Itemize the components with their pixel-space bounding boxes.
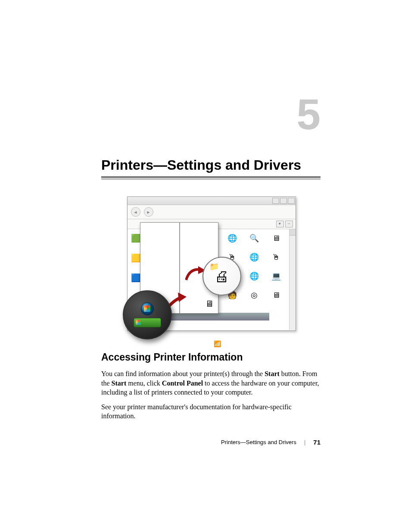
cp-icon[interactable]: 💻 bbox=[271, 271, 281, 281]
vista-start-orb-icon[interactable] bbox=[141, 302, 154, 315]
page-footer: Printers—Settings and Drivers | 71 bbox=[221, 439, 321, 446]
sidebar-icon: 🟨 bbox=[131, 253, 140, 263]
printers-magnifier: 📁 🖨 bbox=[202, 257, 241, 296]
vertical-scrollbar[interactable] bbox=[289, 229, 296, 330]
go-button[interactable]: → bbox=[285, 221, 293, 227]
cp-icon[interactable]: 🖱 bbox=[271, 252, 281, 262]
cp-icon[interactable]: 🌐 bbox=[249, 271, 259, 281]
window-titlebar bbox=[128, 197, 296, 205]
section-heading: Accessing Printer Information bbox=[101, 352, 321, 363]
chapter-title: Printers—Settings and Drivers bbox=[101, 157, 321, 173]
title-rule bbox=[101, 177, 321, 179]
address-dropdown[interactable]: ▾ bbox=[276, 221, 284, 227]
xp-start-button[interactable] bbox=[134, 318, 161, 327]
cp-icon[interactable]: 🌐 bbox=[227, 233, 237, 243]
paragraph-2: See your printer manufacturer's document… bbox=[101, 402, 321, 421]
sidebar-icon: 🟩 bbox=[131, 233, 140, 243]
maximize-button[interactable] bbox=[280, 198, 287, 204]
page-number: 71 bbox=[313, 439, 321, 446]
footer-chapter-label: Printers—Settings and Drivers bbox=[221, 439, 296, 445]
nav-forward-button[interactable]: ► bbox=[144, 207, 153, 217]
cp-icon[interactable]: 🖥 bbox=[271, 290, 281, 300]
text-run: You can find information about your prin… bbox=[101, 370, 265, 377]
chapter-number: 5 bbox=[296, 93, 321, 136]
footer-separator: | bbox=[304, 439, 305, 445]
cp-icon[interactable]: 🖥 bbox=[271, 233, 281, 243]
tray-network-icon: 📶 bbox=[214, 340, 221, 348]
cp-icon[interactable]: 🌐 bbox=[249, 252, 259, 262]
cp-icon[interactable]: 🔍 bbox=[249, 233, 259, 243]
sidebar-icon: 🟦 bbox=[131, 273, 140, 283]
minimize-button[interactable] bbox=[272, 198, 279, 204]
bold-start: Start bbox=[265, 370, 280, 377]
start-button-magnifier bbox=[123, 290, 172, 339]
close-button[interactable] bbox=[288, 198, 295, 204]
left-icon-strip: 🟩 🟨 🟦 bbox=[131, 233, 140, 283]
window-toolbar: ◄ ► bbox=[128, 205, 296, 219]
control-panel-menu-icon[interactable]: 🖥 bbox=[205, 299, 214, 309]
figure-control-panel: ◄ ► ▾ → 🟩 🟨 🟦 🖥 🌐 🔍 🖥 ☕ bbox=[127, 196, 295, 339]
nav-back-button[interactable]: ◄ bbox=[131, 207, 140, 217]
folder-icon: 📁 bbox=[209, 262, 219, 271]
text-run: menu, click bbox=[126, 380, 162, 387]
bold-control-panel: Control Panel bbox=[162, 380, 203, 387]
bold-start: Start bbox=[112, 380, 127, 387]
cp-icon[interactable]: ◎ bbox=[249, 290, 259, 300]
paragraph-1: You can find information about your prin… bbox=[101, 369, 321, 397]
